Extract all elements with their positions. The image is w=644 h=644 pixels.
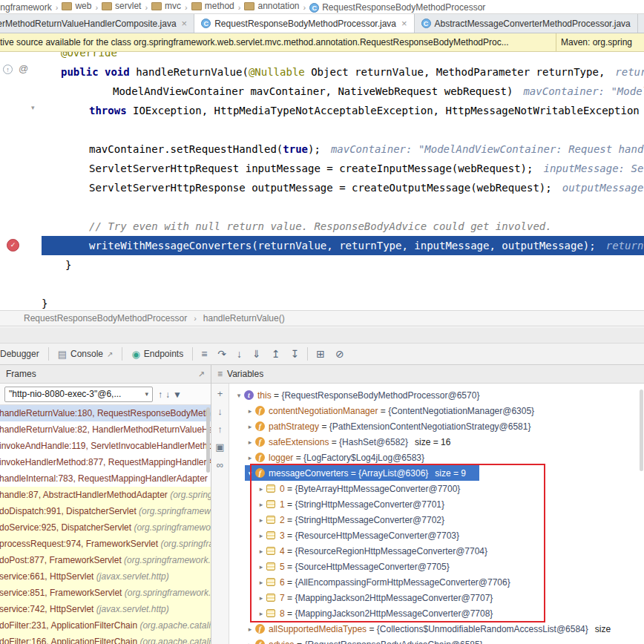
chevron-right-icon[interactable]: ▸ — [256, 563, 266, 571]
show-execution-point-icon[interactable]: ≡ — [201, 348, 207, 360]
override-marker-icon[interactable]: ↑ — [3, 65, 13, 74]
chevron-right-icon[interactable]: ▸ — [256, 516, 266, 524]
open-in-new-icon[interactable]: ↗ — [107, 350, 113, 358]
execution-line[interactable]: writeWithMessageConverters(returnValue, … — [42, 236, 644, 255]
hide-frames-filter-icon[interactable]: ▼ — [173, 390, 182, 400]
frame-row[interactable]: invokeAndHandle:119, ServletInvocableHan… — [0, 438, 211, 454]
show-watches-icon[interactable]: ∞ — [217, 460, 223, 470]
frame-row[interactable]: handle:87, AbstractHandlerMethodAdapter … — [0, 487, 211, 503]
code-editor[interactable]: @Overridepublic void handleReturnValue(@… — [0, 52, 644, 310]
duplicate-watch-icon[interactable]: ▣ — [215, 442, 224, 452]
breadcrumb-item-web[interactable]: web — [60, 1, 93, 11]
frames-scrollbar[interactable] — [206, 407, 210, 473]
tab-console[interactable]: ▤Console↗ — [52, 344, 119, 364]
frame-row[interactable]: doFilter:166, ApplicationFilterChain (or… — [0, 634, 211, 644]
layout-settings-icon[interactable]: ≡ — [217, 369, 223, 379]
mute-breakpoints-icon[interactable]: ⊘ — [335, 348, 344, 360]
editor-tab-3[interactable]: CAbstractMessageConverterMethodProcessor… — [415, 14, 638, 33]
tab-debugger[interactable]: Debugger — [0, 344, 45, 364]
chevron-right-icon[interactable]: ▸ — [245, 407, 255, 415]
chevron-right-icon[interactable]: ▸ — [256, 610, 266, 617]
editor-tab-2[interactable]: CRequestResponseBodyMethodProcessor.java… — [194, 14, 414, 33]
code-line[interactable]: throws IOException, HttpMediaTypeNotAcce… — [42, 101, 644, 120]
variable-row[interactable]: ▸fcontentNegotiationManager = {ContentNe… — [229, 403, 644, 418]
previous-frame-icon[interactable]: ↑ — [158, 390, 162, 400]
breakpoint-icon[interactable]: ✓ — [7, 239, 19, 252]
code-area[interactable]: @Overridepublic void handleReturnValue(@… — [0, 52, 644, 310]
chevron-right-icon[interactable]: ▸ — [256, 532, 266, 539]
variable-row[interactable]: ▾tthis = {RequestResponseBodyMethodProce… — [229, 387, 644, 403]
chevron-right-icon[interactable]: ▸ — [256, 485, 266, 493]
code-line[interactable]: @Override — [42, 52, 644, 62]
fold-marker-icon[interactable]: ▾ — [31, 104, 35, 111]
chevron-right-icon[interactable]: ▸ — [245, 641, 255, 644]
banner-source-selector[interactable]: Maven: org.spring — [556, 33, 644, 51]
tab-endpoints[interactable]: ◉Endpoints — [125, 344, 189, 364]
code-line[interactable] — [42, 120, 644, 139]
code-line[interactable]: } — [42, 255, 644, 275]
breadcrumb-method[interactable]: handleReturnValue() — [203, 313, 285, 323]
chevron-down-icon[interactable]: ▾ — [234, 392, 244, 399]
frame-row[interactable]: processRequest:974, FrameworkServlet (or… — [0, 536, 211, 552]
code-line[interactable]: } — [42, 294, 644, 310]
chevron-right-icon[interactable]: ▸ — [256, 501, 266, 508]
code-line[interactable]: mavContainer.setRequestHandled(true);mav… — [42, 139, 644, 159]
breadcrumb-item-RequestResponseBodyMethodProcessor[interactable]: CRequestResponseBodyMethodProcessor — [308, 2, 487, 13]
variable-row[interactable]: ▸fpathStrategy = {PathExtensionContentNe… — [229, 418, 644, 434]
move-watch-up-icon[interactable]: ↑ — [217, 424, 223, 434]
variable-row[interactable]: ▸fsafeExtensions = {HashSet@6582}size = … — [229, 434, 644, 450]
restore-layout-icon[interactable]: ↗ — [198, 369, 205, 379]
variable-row[interactable]: ▸3 = {ResourceHttpMessageConverter@7703} — [229, 528, 644, 543]
chevron-right-icon[interactable]: ▸ — [256, 594, 266, 602]
frame-row[interactable]: invokeHandlerMethod:877, RequestMappingH… — [0, 454, 211, 470]
breadcrumb-item-springframework[interactable]: springframework — [0, 2, 53, 13]
breadcrumb-item-mvc[interactable]: mvc — [150, 1, 183, 11]
step-out-icon[interactable]: ↥ — [272, 348, 280, 360]
code-line[interactable] — [42, 197, 644, 217]
editor-tab-1[interactable]: HandlerMethodReturnValueHandlerComposite… — [0, 14, 194, 33]
breadcrumb-item-method[interactable]: method — [190, 1, 236, 11]
breadcrumb-item-annotation[interactable]: annotation — [243, 1, 300, 11]
variables-tree[interactable]: ▾tthis = {RequestResponseBodyMethodProce… — [229, 384, 644, 644]
variable-row[interactable]: ▸1 = {StringHttpMessageConverter@7701} — [229, 496, 644, 512]
frame-row[interactable]: handleReturnValue:82, HandlerMethodRetur… — [0, 421, 211, 438]
variable-row[interactable]: ▸7 = {MappingJackson2HttpMessageConverte… — [229, 590, 644, 605]
chevron-right-icon[interactable]: ▸ — [256, 579, 266, 586]
frame-row[interactable]: handleReturnValue:180, RequestResponseBo… — [0, 405, 211, 421]
step-into-icon[interactable]: ↓ — [237, 348, 242, 360]
frame-row[interactable]: doService:925, DispatcherServlet (org.sp… — [0, 519, 211, 536]
frame-row[interactable]: service:851, FrameworkServlet (org.sprin… — [0, 585, 211, 601]
code-line[interactable]: ServletServerHttpRequest inputMessage = … — [42, 159, 644, 178]
breadcrumb-class[interactable]: RequestResponseBodyMethodProcessor — [24, 313, 187, 323]
chevron-right-icon[interactable]: ▸ — [245, 454, 255, 461]
frame-row[interactable]: service:661, HttpServlet (javax.servlet.… — [0, 568, 211, 585]
frame-row[interactable]: handleInternal:783, RequestMappingHandle… — [0, 470, 211, 487]
new-watch-icon[interactable]: + — [217, 389, 223, 398]
chevron-right-icon[interactable]: ▸ — [245, 438, 255, 446]
variables-scrollbar[interactable] — [640, 390, 643, 471]
run-to-cursor-icon[interactable]: ↧ — [291, 348, 300, 360]
variable-row[interactable]: ▸5 = {SourceHttpMessageConverter@7705} — [229, 559, 644, 574]
frame-row[interactable]: doDispatch:991, DispatcherServlet (org.s… — [0, 503, 211, 519]
step-over-icon[interactable]: ↷ — [217, 348, 226, 360]
thread-dropdown[interactable]: "http-nio-8080-exec-3"@6,... ▾ — [4, 387, 153, 402]
variable-row[interactable]: ▸flogger = {LogFactory$Log4jLog@6583} — [229, 450, 644, 465]
variable-row[interactable]: ▸0 = {ByteArrayHttpMessageConverter@7700… — [229, 481, 644, 496]
code-line[interactable]: ModelAndViewContainer mavContainer, Nati… — [42, 82, 644, 101]
chevron-down-icon[interactable]: ▾ — [245, 470, 255, 477]
chevron-right-icon[interactable]: ▸ — [245, 625, 255, 633]
variable-row[interactable]: ▸8 = {MappingJackson2HttpMessageConverte… — [229, 605, 644, 621]
frame-row[interactable]: service:742, HttpServlet (javax.servlet.… — [0, 601, 211, 617]
frame-row[interactable]: doFilter:231, ApplicationFilterChain (or… — [0, 617, 211, 634]
variable-row[interactable]: ▸fadvice = {RequestResponseBodyAdviceCha… — [229, 637, 644, 644]
code-line[interactable]: ServletServerHttpResponse outputMessage … — [42, 178, 644, 197]
chevron-right-icon[interactable]: ▸ — [245, 423, 255, 430]
evaluate-expression-icon[interactable]: ⊞ — [316, 348, 325, 360]
variable-row[interactable]: ▸fallSupportedMediaTypes = {Collections$… — [229, 621, 644, 637]
code-line[interactable] — [42, 275, 644, 294]
move-watch-down-icon[interactable]: ↓ — [217, 407, 223, 416]
force-step-into-icon[interactable]: ⇓ — [252, 348, 261, 360]
frame-row[interactable]: doPost:877, FrameworkServlet (org.spring… — [0, 552, 211, 568]
close-icon[interactable]: × — [401, 19, 407, 28]
frames-list[interactable]: handleReturnValue:180, RequestResponseBo… — [0, 405, 211, 644]
